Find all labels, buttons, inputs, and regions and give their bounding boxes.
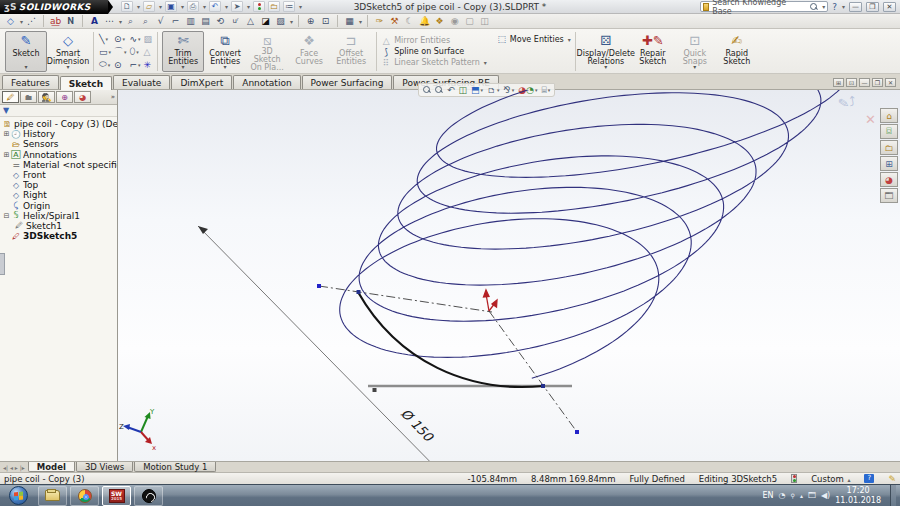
table-icon[interactable]: ▦	[343, 15, 356, 27]
tab-features[interactable]: Features	[2, 75, 59, 89]
dimension-tool-icon[interactable]: ⌐	[169, 15, 182, 27]
close-button[interactable]: ✕	[883, 2, 896, 12]
face-curves-button[interactable]: ❖ Face Curves	[288, 31, 330, 72]
tray-window-icon[interactable]: 🗔	[808, 491, 816, 500]
motion-study-tab[interactable]: Motion Study 1	[134, 462, 216, 472]
sketch-arc[interactable]	[358, 292, 543, 387]
shaded-icon[interactable]: ◪	[259, 15, 272, 27]
offset-entities-button[interactable]: ⊐ Offset Entities	[330, 31, 372, 72]
view-normal-icon[interactable]: ▥	[184, 15, 197, 27]
undo-caret-icon[interactable]: ▾	[225, 3, 228, 10]
displaymanager-tab-icon[interactable]: ◕	[74, 91, 91, 103]
linear-sketch-pattern-button[interactable]: ⠿ Linear Sketch Pattern ▾	[381, 58, 487, 68]
sketch-button[interactable]: ✎ Sketch ▾	[5, 31, 47, 72]
restore-button[interactable]: ❐	[866, 2, 879, 12]
clip-icon[interactable]: ◫	[478, 15, 491, 27]
save-caret-icon[interactable]: ▾	[181, 3, 184, 10]
spline-on-surface-button[interactable]: ⟆ Spline on Surface	[381, 47, 487, 57]
view-iso-icon[interactable]: ▤	[199, 15, 212, 27]
tab-dimxpert[interactable]: DimXpert	[171, 75, 232, 89]
feature-paint-icon[interactable]: ✑	[373, 15, 386, 27]
tree-item-annotations[interactable]: ⊞ 🄰 Annotations	[2, 150, 117, 160]
model-tab[interactable]: Model	[28, 462, 75, 472]
options-caret-icon[interactable]: ▾	[299, 3, 302, 10]
rebuild-icon[interactable]	[253, 1, 265, 12]
sketch-tool-icon[interactable]: ◇	[4, 15, 17, 27]
taskbar-clock[interactable]: 17:20 11.01.2018	[835, 486, 885, 504]
new-caret-icon[interactable]: ▾	[137, 3, 140, 10]
tree-item-sketch1[interactable]: 🖉 Sketch1	[2, 221, 117, 231]
rapid-sketch-button[interactable]: ✍ Rapid Sketch	[716, 31, 758, 72]
convert-entities-button[interactable]: ⧉ Convert Entities ▾	[204, 31, 246, 72]
zoom-in-icon[interactable]: ⌕	[124, 15, 137, 27]
arc-tool[interactable]: ⌒▾	[113, 45, 128, 58]
mirror-entities-button[interactable]: △ Mirror Entities	[381, 36, 487, 46]
arc-endpoint-left[interactable]	[357, 290, 361, 294]
move-entities-button[interactable]: ⬚ Move Entities ▾	[497, 34, 571, 44]
file-properties-icon[interactable]: 🗀	[268, 1, 280, 12]
section-tool-icon[interactable]: ☾	[403, 15, 416, 27]
circle-tool[interactable]: ⊙▾	[113, 32, 128, 45]
expand-icon[interactable]: ⊞	[2, 130, 11, 138]
doc-close-icon[interactable]: ✕	[885, 78, 896, 87]
repair-sketch-button[interactable]: ✚✎ Repair Sketch	[632, 31, 674, 72]
tree-item-top-plane[interactable]: ◇ Top	[2, 180, 117, 190]
endpoint-blue-left[interactable]	[317, 284, 321, 288]
save-icon[interactable]: ▣	[165, 1, 177, 12]
select-caret-icon[interactable]: ▾	[247, 3, 250, 10]
volume-icon[interactable]: ◀)	[821, 491, 830, 500]
doc-tile-icon[interactable]: ⊡	[846, 78, 857, 87]
tab-evaluate[interactable]: Evaluate	[113, 75, 170, 89]
tree-item-3dsketch5[interactable]: 🖊 3DSketch5	[2, 231, 117, 241]
tray-network-icon[interactable]: ◔	[779, 491, 786, 500]
spell-check-icon[interactable]: a͟b	[49, 15, 62, 27]
taskbar-solidworks-button[interactable]: SW2015	[102, 486, 131, 506]
help-caret-icon[interactable]: ▾	[842, 3, 845, 10]
expand-icon[interactable]: ⊞	[2, 151, 11, 159]
start-button[interactable]	[9, 486, 28, 505]
fit-icon[interactable]: ⊡	[319, 15, 332, 27]
search-icon[interactable]	[810, 3, 818, 11]
helix-curve[interactable]	[340, 90, 854, 378]
minimize-button[interactable]: —	[849, 2, 862, 12]
configurationmanager-tab-icon[interactable]: 🕵	[38, 91, 55, 103]
tray-update-icon[interactable]: ⚲	[790, 492, 794, 499]
layer-icon[interactable]: ▢	[463, 15, 476, 27]
text-small-tool[interactable]: ✳	[143, 58, 154, 71]
doc-minimize-icon[interactable]: —	[859, 78, 870, 87]
select-icon[interactable]: ➤	[231, 1, 243, 12]
note-icon[interactable]: A	[88, 15, 101, 27]
language-indicator[interactable]: EN	[762, 491, 773, 500]
trim-entities-button[interactable]: ✄ Trim Entities ▾	[162, 31, 204, 72]
viewport-canvas[interactable]: Ø 150 Y Z x	[118, 90, 900, 461]
arc-endpoint-right[interactable]	[541, 384, 545, 388]
appearance-tool-icon[interactable]: ❖	[433, 15, 446, 27]
measure-icon[interactable]: ⚒	[388, 15, 401, 27]
eye-icon[interactable]: ◉	[448, 15, 461, 27]
line-tool[interactable]: ╲▾	[98, 32, 112, 45]
new-document-icon[interactable]: 🗋	[121, 1, 133, 12]
tab-nav-buttons[interactable]: ◂| ◂ ▸ |▸	[0, 462, 28, 472]
wireframe-icon[interactable]: ▨	[274, 15, 287, 27]
tree-root[interactable]: 🖺 pipe coil - Copy (3) (Default<<Def	[2, 119, 117, 129]
options-icon[interactable]: ≔	[283, 1, 295, 12]
centerline-shallow[interactable]	[319, 286, 492, 312]
format-painter-icon[interactable]: 𝐍	[64, 15, 77, 27]
3d-views-tab[interactable]: 3D Views	[76, 462, 133, 472]
tree-item-helix-spiral1[interactable]: ⊟ 𝕊 Helix/Spiral1	[2, 211, 117, 221]
tab-power-surfacing[interactable]: Power Surfacing	[302, 75, 393, 89]
knowledge-search[interactable]: Search Knowledge Base ▾	[700, 1, 828, 12]
search-caret-icon[interactable]: ▾	[822, 3, 825, 10]
tree-item-right-plane[interactable]: ◇ Right	[2, 190, 117, 200]
status-config[interactable]: Custom ▴	[811, 474, 850, 484]
panel-splitter-handle[interactable]	[0, 253, 5, 275]
endpoint-blue-right[interactable]	[575, 430, 579, 434]
tree-item-front-plane[interactable]: ◇ Front	[2, 170, 117, 180]
spline-tool[interactable]: ∿▾	[129, 32, 142, 45]
tab-annotation[interactable]: Annotation	[233, 75, 300, 89]
bell-icon[interactable]: 🔔	[418, 15, 431, 27]
dimension-text[interactable]: Ø 150	[398, 406, 437, 446]
dimxpertmanager-tab-icon[interactable]: ⊕	[56, 91, 73, 103]
tree-item-origin[interactable]: ⤹ Origin	[2, 201, 117, 211]
rectangle-tool[interactable]: ▭▾	[98, 45, 112, 58]
